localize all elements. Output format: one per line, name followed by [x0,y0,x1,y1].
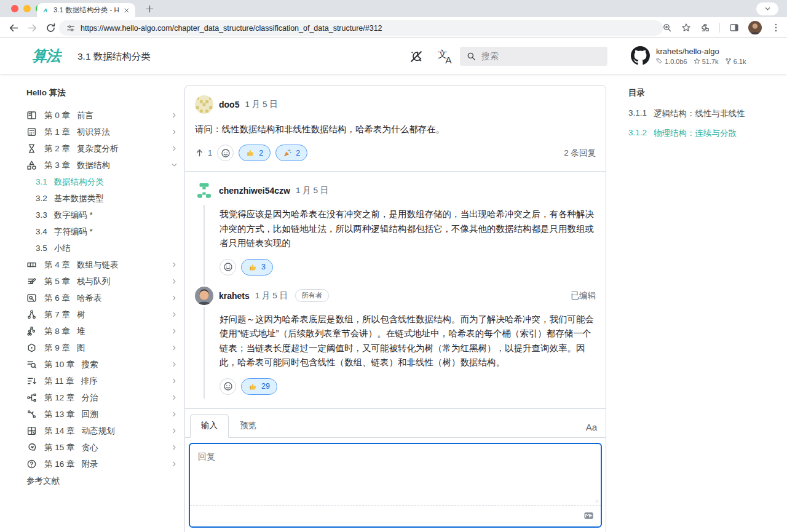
new-tab-button[interactable] [145,4,154,14]
tab-title: 3.1 数据结构分类 - Hello 算法 [53,6,119,15]
reaction-pill[interactable]: 29 [241,378,277,395]
back-button[interactable] [9,23,19,33]
chevron-right-icon [171,394,178,401]
translate-icon[interactable]: 文A [438,49,454,65]
tab-write[interactable]: 输入 [190,414,229,438]
reaction-pill[interactable]: 3 [241,259,273,276]
chapter-appendix-icon [26,459,37,469]
sidebar-chapter-item[interactable]: 第 9 章 图 [26,339,181,356]
owner-badge: 所有者 [295,289,329,302]
avatar-krahets[interactable] [195,287,213,305]
reply-comment: krahets 1 月 5 日 所有者 已编辑 好问题～这因为哈希表底层是数组，… [195,287,596,395]
comment-date[interactable]: 1 月 5 日 [245,99,277,110]
window-close-button[interactable] [11,5,18,12]
text-format-button[interactable]: Aa [583,422,599,437]
markdown-icon[interactable] [583,511,595,520]
sidebar-chapter-item[interactable]: 第 3 章 数据结构 [26,157,181,173]
window-minimize-button[interactable] [23,5,31,12]
table-of-contents: 目录 3.1.1 逻辑结构：线性与非线性 3.1.2 物理结构：连续与分散 [628,87,779,148]
avatar[interactable] [195,95,213,114]
thumbs-up-emoji [248,382,258,391]
sidebar-chapter-item[interactable]: 第 12 章 分治 [26,389,181,406]
sidebar-chapter-item[interactable]: 第 15 章 贪心 [26,439,181,456]
reply-author[interactable]: chenzhiwei54czw [219,186,290,196]
sidebar-item-references[interactable]: 参考文献 [26,472,181,489]
extensions-icon[interactable] [700,23,710,33]
edited-label: 已编辑 [571,290,596,301]
sidebar-chapter-item[interactable]: 第 6 章 哈希表 [26,290,181,306]
reply-textarea[interactable]: 回复 [189,443,602,528]
party-popper-emoji [283,148,292,157]
sidebar-chapter-item[interactable]: 第 4 章 数组与链表 [26,256,181,273]
chapter-divide-icon [26,392,37,403]
add-reaction-button[interactable] [217,145,234,161]
sidebar-chapter-item[interactable]: 第 8 章 堆 [26,323,181,339]
side-panel-icon[interactable] [729,23,739,33]
theme-toggle-icon[interactable] [409,50,423,63]
comment-header: doo5 1 月 5 日 [185,85,606,114]
chapter-greedy-icon [26,442,37,453]
reaction-pill[interactable]: 2 [239,145,271,161]
sidebar-chapter-item[interactable]: 第 14 章 动态规划 [26,423,181,439]
github-repo-link[interactable]: krahets/hello-algo 1.0.0b6 51.7k 6.1k [631,46,746,65]
tab-search-button[interactable] [756,2,778,15]
chapter-hash-icon [26,293,37,303]
comment-author[interactable]: doo5 [219,100,239,109]
forward-button[interactable] [27,23,38,33]
hello-algo-logo[interactable]: 算法 [32,46,60,66]
reply-date[interactable]: 1 月 5 日 [296,185,328,196]
chapter-sort-icon [26,376,37,386]
reaction-pill[interactable]: 2 [275,145,307,161]
sidebar-chapter-item[interactable]: 第 16 章 附录 [26,456,181,472]
chevron-right-icon [171,361,178,368]
chevron-right-icon [171,378,178,384]
toc-item[interactable]: 3.1.1 逻辑结构：线性与非线性 [628,108,779,119]
close-icon[interactable] [123,7,130,14]
browser-profile-avatar[interactable] [748,21,762,34]
sidebar-nav: Hello 算法 第 0 章 前言 第 1 章 初识算法 第 2 章 复杂度分析… [26,87,181,489]
sidebar-chapter-item[interactable]: 第 2 章 复杂度分析 [26,140,181,157]
fork-icon [725,58,732,65]
reply-reactions-row: 3 [219,259,596,276]
sidebar-chapter-item[interactable]: 第 1 章 初识算法 [26,124,181,140]
resize-grip-icon[interactable] [591,496,599,503]
chapter-stack-icon [26,276,37,287]
avatar-chenzhiwei[interactable] [195,181,213,200]
sidebar-section-item[interactable]: 3.1 数据结构分类 [26,173,181,190]
sidebar-chapter-item[interactable]: 第 13 章 回溯 [26,406,181,423]
sidebar-site-title[interactable]: Hello 算法 [26,87,181,100]
sidebar-chapter-item[interactable]: 第 7 章 树 [26,306,181,323]
smiley-icon [223,381,233,391]
add-reaction-button[interactable] [219,378,236,395]
chevron-right-icon [171,344,178,351]
chapter-heap-icon [26,326,37,336]
reply-date[interactable]: 1 月 5 日 [255,290,288,301]
address-bar[interactable]: https://www.hello-algo.com/chapter_data_… [59,20,663,36]
sidebar-section-item[interactable]: 3.2 基本数据类型 [26,190,181,207]
sidebar-chapter-item[interactable]: 第 5 章 栈与队列 [26,273,181,290]
site-settings-icon[interactable] [66,24,75,33]
toc-item[interactable]: 3.1.2 物理结构：连续与分散 [628,128,779,139]
sidebar-section-item[interactable]: 3.5 小结 [26,240,181,256]
sidebar-chapter-item[interactable]: 第 10 章 搜索 [26,356,181,373]
chevron-right-icon [171,278,178,285]
sidebar-section-item[interactable]: 3.4 字符编码 * [26,223,181,240]
browser-tab[interactable]: A 3.1 数据结构分类 - Hello 算法 [37,3,135,17]
sidebar-chapter-item[interactable]: 第 11 章 排序 [26,373,181,389]
tab-preview[interactable]: 预览 [229,415,267,437]
reload-button[interactable] [45,23,56,33]
sidebar-chapter-item[interactable]: 第 0 章 前言 [26,107,181,124]
editor-tab-bar: 输入 预览 Aa [185,409,606,438]
chevron-right-icon [171,427,178,434]
search-input[interactable]: 搜索 [460,47,607,66]
chevron-right-icon [171,295,178,301]
bookmark-star-icon[interactable] [681,23,691,33]
comment-thread-card: doo5 1 月 5 日 请问：线性数据结构和非线性数据结构，哈希表为什么都存在… [184,85,606,532]
sidebar-section-item[interactable]: 3.3 数字编码 * [26,207,181,223]
add-reaction-button[interactable] [219,259,236,276]
upvote-button[interactable]: 1 [195,148,212,157]
browser-menu-icon[interactable] [771,23,781,33]
reply-author[interactable]: krahets [219,291,250,301]
zoom-in-icon[interactable] [662,23,672,33]
chevron-right-icon [171,145,178,152]
